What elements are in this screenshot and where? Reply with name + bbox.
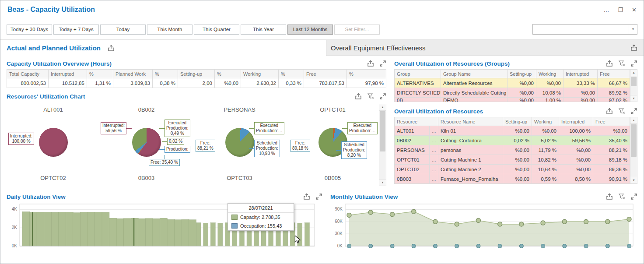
column-header[interactable]: Working: [241, 70, 279, 78]
table-row[interactable]: OPTCT02...Cutting Machine 2%0,0010,64 %%…: [395, 165, 630, 174]
filter-button-this-year[interactable]: This Year: [241, 25, 286, 35]
column-header[interactable]: Interrupted: [564, 70, 598, 78]
export-icon[interactable]: [108, 45, 115, 52]
panel-title: Overall Utilization of Resources (Groups…: [394, 60, 510, 67]
column-header[interactable]: %: [215, 70, 241, 78]
link-ellipsis[interactable]: ...: [430, 155, 438, 165]
pie-chart[interactable]: [225, 128, 254, 157]
filter-button-this-month[interactable]: This Month: [147, 25, 192, 35]
filter-button-today[interactable]: Today: [100, 25, 146, 35]
clear-filter-icon[interactable]: [618, 193, 625, 200]
table-row[interactable]: 0B003...Furnace_Horno_Fornalha%0,000,59 …: [395, 174, 630, 184]
link-ellipsis[interactable]: ...: [430, 136, 438, 145]
column-header[interactable]: Setting-up: [178, 70, 215, 78]
groups-scrollbar[interactable]: ▲ ▼: [630, 69, 637, 102]
column-header[interactable]: %: [347, 70, 386, 78]
table-row[interactable]: 800.002,5310.512,851,31 %3.039,830,38 %2…: [7, 78, 386, 88]
filter-button-today-7-days[interactable]: Today + 7 Days: [53, 25, 99, 35]
table-row[interactable]: PERSONAS...personas%0,0011,79 %%0,0088,2…: [395, 145, 630, 155]
column-header[interactable]: %: [279, 70, 304, 78]
column-header[interactable]: %: [87, 70, 113, 78]
pie-callout: ExecutedProduction:…: [254, 122, 284, 134]
clear-filter-icon[interactable]: [618, 60, 625, 67]
scroll-up-icon[interactable]: ▲: [379, 104, 386, 111]
link-ellipsis[interactable]: ...: [430, 126, 438, 136]
column-header[interactable]: Working: [536, 70, 564, 78]
pie-chart[interactable]: [39, 128, 68, 157]
scroll-thumb[interactable]: [631, 124, 637, 157]
column-header[interactable]: %: [153, 70, 178, 78]
column-header[interactable]: Planned Work: [113, 70, 153, 78]
expand-icon[interactable]: [379, 93, 386, 100]
link-ellipsis[interactable]: ...: [430, 145, 438, 155]
expand-icon[interactable]: [379, 60, 386, 67]
cell: 10,64 %: [532, 165, 559, 174]
clear-filter-icon[interactable]: [618, 108, 625, 115]
cell: %0,00: [503, 126, 532, 136]
window-maximize-icon[interactable]: ❐: [618, 7, 623, 13]
pie-chart[interactable]: [132, 128, 161, 157]
scroll-down-icon[interactable]: ▼: [630, 95, 637, 102]
column-header[interactable]: Working: [532, 117, 559, 126]
dropdown-arrow-icon[interactable]: ▼: [629, 25, 637, 34]
filter-button-set-filter[interactable]: Set Filter...: [334, 25, 380, 35]
export-icon[interactable]: [606, 60, 613, 67]
filter-button-this-quarter[interactable]: This Quarter: [194, 25, 239, 35]
column-header[interactable]: Interrupted: [559, 117, 593, 126]
table-row[interactable]: DIRECTLY SCHEDU...Directly Schedulable C…: [395, 88, 630, 98]
export-icon[interactable]: [355, 93, 362, 100]
scroll-thumb[interactable]: [631, 77, 637, 86]
column-header[interactable]: Group Name: [441, 70, 508, 78]
expand-icon[interactable]: [315, 193, 322, 200]
cell: 97,02 %: [598, 98, 630, 102]
column-header[interactable]: Setting-up: [503, 117, 532, 126]
column-header[interactable]: Free: [598, 70, 630, 78]
column-header[interactable]: Total Capacity: [7, 70, 49, 78]
window-more-icon[interactable]: …: [603, 7, 609, 13]
table-row[interactable]: 0BDEMO%0,001,00 %%0,0097,02 %: [395, 98, 630, 102]
column-header[interactable]: Setting-up: [508, 70, 536, 78]
expand-icon[interactable]: [630, 60, 637, 67]
scroll-thumb[interactable]: [380, 111, 385, 151]
pie-callout: Free: 35,40 %: [149, 159, 180, 166]
filter-button-today-30-days[interactable]: Today + 30 Days: [7, 25, 52, 35]
column-header[interactable]: Resource: [395, 117, 438, 126]
clear-filter-icon[interactable]: [367, 93, 374, 100]
resource-filter-combo[interactable]: ▼: [532, 24, 637, 35]
scroll-track[interactable]: [630, 76, 637, 95]
scroll-up-icon[interactable]: ▲: [630, 70, 637, 76]
cell: %0,00: [503, 174, 532, 184]
scroll-down-icon[interactable]: ▼: [630, 177, 637, 183]
export-icon[interactable]: [606, 193, 613, 200]
scroll-track[interactable]: [630, 124, 637, 177]
export-icon[interactable]: [367, 60, 374, 67]
table-row[interactable]: 0B002...Cutting_Cortadora0,02 %5,02 %59,…: [395, 136, 630, 145]
link-ellipsis[interactable]: ...: [430, 165, 438, 174]
tab-actual-and-planned-utilization[interactable]: Actual and Planned Utilization: [0, 40, 326, 56]
resources-scrollbar[interactable]: ▲ ▼: [630, 117, 637, 184]
monthly-chart-svg[interactable]: 90K60K30K0K: [330, 202, 637, 255]
column-header[interactable]: Resource Name: [438, 117, 503, 126]
export-icon[interactable]: [630, 44, 637, 51]
scroll-down-icon[interactable]: ▼: [379, 179, 386, 186]
column-header[interactable]: Group: [395, 70, 441, 78]
table-row[interactable]: ALTERNATIVESAlternative Resources%0,00%0…: [395, 78, 630, 88]
table-row[interactable]: OPTCT01...Cutting Machine 1%0,0010,82 %%…: [395, 155, 630, 165]
column-header[interactable]: Free: [304, 70, 347, 78]
window-title: Beas - Capacity Utilization: [7, 6, 95, 14]
filter-button-last-12-months[interactable]: Last 12 Months: [287, 25, 333, 35]
expand-icon[interactable]: [630, 193, 637, 200]
pie-scrollbar[interactable]: ▲ ▼: [379, 104, 386, 186]
export-icon[interactable]: [606, 108, 613, 115]
link-ellipsis[interactable]: ...: [430, 174, 438, 184]
cell: 0,59 %: [532, 174, 559, 184]
column-header[interactable]: Interrupted: [49, 70, 87, 78]
scroll-track[interactable]: [379, 111, 386, 179]
expand-icon[interactable]: [630, 108, 637, 115]
window-close-icon[interactable]: ✕: [632, 7, 637, 13]
column-header[interactable]: Free: [593, 117, 630, 126]
tab-overall-equipment-effectiveness[interactable]: Overall Equipment Effectiveness: [326, 40, 644, 56]
scroll-up-icon[interactable]: ▲: [630, 117, 637, 124]
table-row[interactable]: ALT001...Kiln 01%0,00%0,00100,00 %%0,00: [395, 126, 630, 136]
export-icon[interactable]: [303, 193, 310, 200]
